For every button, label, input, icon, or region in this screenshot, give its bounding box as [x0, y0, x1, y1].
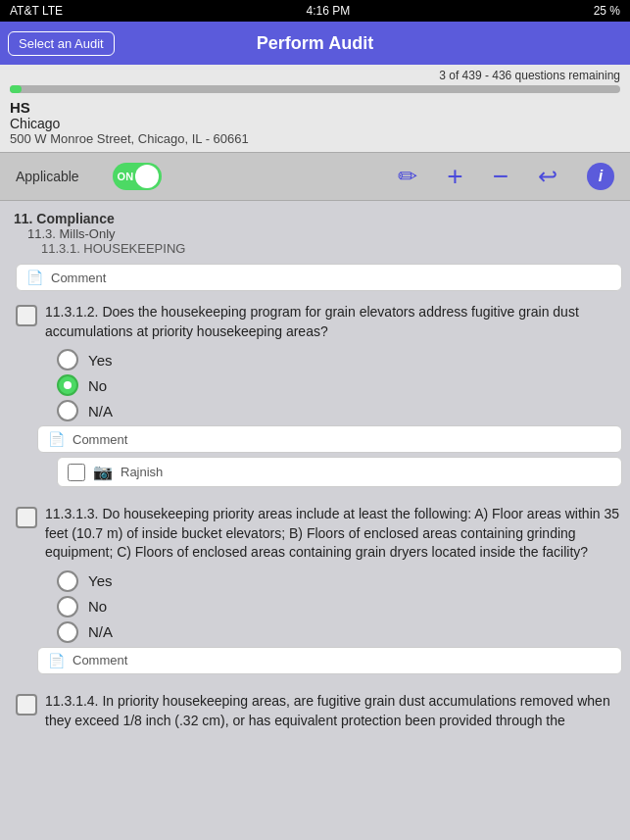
question-block-1: 11.3.1.2. Does the housekeeping program …: [8, 295, 622, 487]
radio-circle-no-1[interactable]: [57, 374, 78, 396]
question-text-2: 11.3.1.3. Do housekeeping priority areas…: [45, 505, 622, 563]
top-comment-row[interactable]: 📄 Comment: [16, 264, 622, 291]
radio-option-na-2[interactable]: N/A: [57, 621, 622, 643]
nav-title: Perform Audit: [257, 33, 373, 54]
comment-icon: 📄: [26, 270, 43, 285]
section-headers: 11. Compliance 11.3. Mills-Only 11.3.1. …: [0, 201, 630, 260]
radio-option-yes-1[interactable]: Yes: [57, 349, 622, 371]
radio-options-1: Yes No N/A: [8, 349, 622, 421]
nav-bar: Select an Audit Perform Audit: [0, 22, 630, 65]
question-checkbox-3[interactable]: [16, 694, 37, 716]
comment-label-2: Comment: [73, 653, 127, 667]
question-block-2: 11.3.1.3. Do housekeeping priority areas…: [8, 497, 622, 674]
question-checkbox-2[interactable]: [16, 507, 37, 528]
radio-option-yes-2[interactable]: Yes: [57, 570, 622, 592]
question-checkbox-1[interactable]: [16, 305, 37, 326]
question-row-3: 11.3.1.4. In priority housekeeping areas…: [8, 684, 622, 734]
section-h2: 11.3. Mills-Only: [14, 226, 616, 241]
photo-row-1[interactable]: 📷 Rajnish: [57, 457, 622, 487]
radio-options-2: Yes No N/A: [8, 570, 622, 643]
progress-bar-fill: [10, 85, 22, 93]
top-comment-label: Comment: [51, 271, 106, 285]
radio-circle-yes-2[interactable]: [57, 570, 78, 592]
question-text-3: 11.3.1.4. In priority housekeeping areas…: [45, 692, 622, 730]
info-icon[interactable]: i: [587, 163, 614, 190]
question-text-1: 11.3.1.2. Does the housekeeping program …: [45, 303, 622, 341]
location-area: HS Chicago 500 W Monroe Street, Chicago,…: [0, 95, 630, 152]
radio-circle-na-1[interactable]: [57, 400, 78, 421]
edit-icon[interactable]: ✏: [398, 163, 417, 190]
progress-bar-background: [10, 85, 620, 93]
radio-option-na-1[interactable]: N/A: [57, 400, 622, 421]
toggle-on-label: ON: [118, 171, 134, 182]
progress-area: 3 of 439 - 436 questions remaining: [0, 65, 630, 95]
carrier-label: AT&T LTE: [10, 4, 63, 18]
location-address: 500 W Monroe Street, Chicago, IL - 60661: [10, 131, 620, 146]
question-block-3: 11.3.1.4. In priority housekeeping areas…: [8, 684, 622, 734]
applicable-label: Applicable: [16, 169, 79, 184]
photo-label-1: Rajnish: [121, 465, 163, 479]
scroll-content[interactable]: 📄 Comment 11.3.1.2. Does the housekeepin…: [0, 260, 630, 828]
progress-text: 3 of 439 - 436 questions remaining: [10, 69, 620, 82]
comment-icon-2: 📄: [48, 653, 65, 668]
location-city: Chicago: [10, 116, 620, 131]
camera-icon-1: 📷: [93, 463, 113, 481]
applicable-toggle[interactable]: ON: [113, 163, 162, 190]
time-label: 4:16 PM: [306, 4, 350, 18]
battery-label: 25 %: [594, 4, 620, 18]
comment-label-1: Comment: [73, 432, 127, 447]
select-audit-button[interactable]: Select an Audit: [8, 31, 115, 56]
radio-circle-yes-1[interactable]: [57, 349, 78, 371]
status-bar: AT&T LTE 4:16 PM 25 %: [0, 0, 630, 22]
radio-option-no-1[interactable]: No: [57, 374, 622, 396]
radio-circle-no-2[interactable]: [57, 596, 78, 618]
question-row-2: 11.3.1.3. Do housekeeping priority areas…: [8, 497, 622, 567]
location-name: HS: [10, 99, 620, 116]
comment-row-2[interactable]: 📄 Comment: [37, 647, 622, 674]
remove-icon[interactable]: −: [493, 161, 509, 192]
comment-row-1[interactable]: 📄 Comment: [37, 425, 622, 453]
photo-checkbox-1[interactable]: [68, 464, 85, 481]
toolbar: Applicable ON ✏ + − ↩ i: [0, 152, 630, 201]
comment-icon-1: 📄: [48, 431, 65, 447]
add-icon[interactable]: +: [447, 161, 462, 192]
status-left: AT&T LTE: [10, 4, 63, 18]
radio-option-no-2[interactable]: No: [57, 596, 622, 618]
section-h1: 11. Compliance: [14, 211, 616, 226]
status-right: 25 %: [594, 4, 620, 18]
back-icon[interactable]: ↩: [538, 163, 557, 190]
question-row-1: 11.3.1.2. Does the housekeeping program …: [8, 295, 622, 345]
toggle-knob: [135, 165, 159, 188]
radio-circle-na-2[interactable]: [57, 621, 78, 643]
section-h3: 11.3.1. HOUSEKEEPING: [14, 241, 616, 256]
